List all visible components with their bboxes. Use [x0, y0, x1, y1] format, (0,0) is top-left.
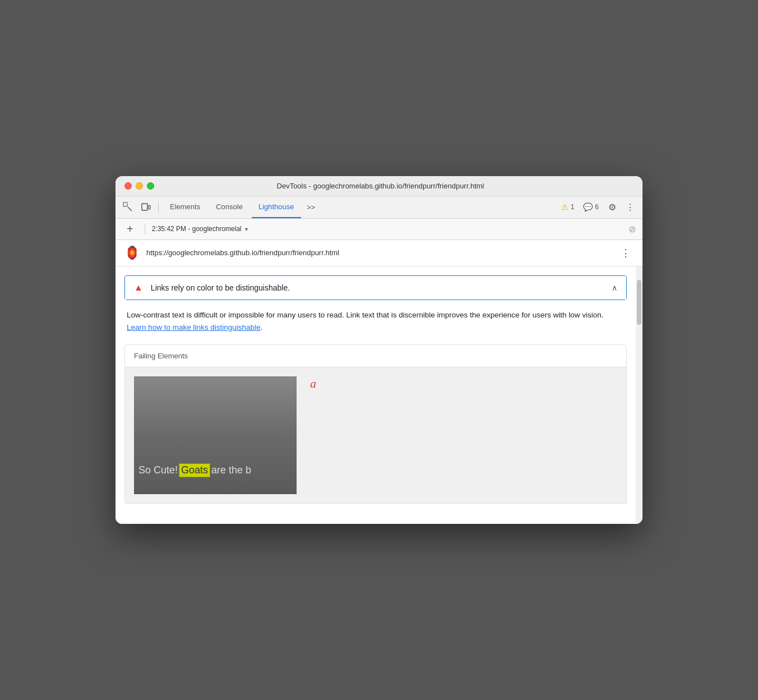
- audit-header[interactable]: ▲ Links rely on color to be distinguisha…: [125, 276, 626, 300]
- audit-item: ▲ Links rely on color to be distinguisha…: [124, 275, 627, 300]
- screenshot-text-after: are the b: [211, 464, 251, 476]
- url-bar: 2:35:42 PM - googlechromelal ▾: [152, 225, 624, 233]
- secondary-toolbar: + 2:35:42 PM - googlechromelal ▾ ⊘: [115, 219, 643, 240]
- svg-rect-0: [123, 202, 127, 206]
- screenshot-background: So Cute! Goats are the b: [134, 376, 297, 494]
- device-toolbar-icon[interactable]: [138, 199, 154, 215]
- bottom-padding: [115, 513, 636, 524]
- tab-lighthouse[interactable]: Lighthouse: [252, 196, 301, 218]
- traffic-lights: [124, 182, 154, 190]
- url-clear-icon[interactable]: ⊘: [628, 224, 636, 234]
- lighthouse-url: https://googlechromelabs.github.io/frien…: [146, 248, 612, 257]
- tab-elements[interactable]: Elements: [163, 196, 207, 218]
- lighthouse-more-icon[interactable]: ⋮: [618, 245, 634, 261]
- warning-badge[interactable]: ⚠ 1: [558, 201, 578, 213]
- svg-rect-2: [142, 204, 147, 210]
- element-symbol: a: [310, 374, 316, 390]
- tab-console[interactable]: Console: [209, 196, 249, 218]
- more-options-icon[interactable]: ⋮: [622, 199, 638, 215]
- toolbar-divider-1: [158, 201, 159, 213]
- url-display-text: 2:35:42 PM - googlechromelal: [152, 225, 242, 233]
- audit-title: Links rely on color to be distinguishabl…: [151, 283, 604, 292]
- toolbar-divider-2: [145, 223, 145, 234]
- content-area: ▲ Links rely on color to be distinguisha…: [115, 266, 636, 524]
- learn-more-link[interactable]: Learn how to make links distinguishable: [127, 323, 261, 331]
- main-content: ▲ Links rely on color to be distinguisha…: [115, 266, 643, 524]
- message-badge[interactable]: 💬 6: [580, 201, 602, 213]
- url-dropdown-icon[interactable]: ▾: [245, 226, 248, 232]
- scrollbar-thumb[interactable]: [637, 280, 641, 325]
- screenshot-highlighted-word: Goats: [179, 463, 210, 477]
- lighthouse-icon: 🏮: [124, 246, 140, 260]
- warning-icon: ⚠: [561, 202, 568, 211]
- close-button[interactable]: [124, 182, 132, 190]
- failing-elements-section: Failing Elements So Cute! Goats are the …: [124, 344, 627, 504]
- failing-elements-header: Failing Elements: [125, 345, 626, 367]
- message-count: 6: [595, 203, 599, 211]
- failing-elements-body: So Cute! Goats are the b a: [125, 367, 626, 503]
- devtools-toolbar: Elements Console Lighthouse >> ⚠ 1 💬 6 ⚙…: [115, 196, 643, 219]
- screenshot-text: So Cute! Goats are the b: [134, 463, 251, 477]
- element-label-container: a: [310, 376, 316, 391]
- add-button[interactable]: +: [122, 223, 138, 236]
- svg-rect-3: [149, 205, 150, 209]
- message-icon: 💬: [583, 202, 593, 211]
- screenshot-text-before: So Cute!: [138, 464, 178, 476]
- audit-description: Low-contrast text is difficult or imposs…: [115, 300, 636, 344]
- screenshot-container: So Cute! Goats are the b: [134, 376, 297, 494]
- svg-line-1: [128, 207, 132, 211]
- audit-chevron-icon: ∧: [612, 283, 617, 292]
- titlebar: DevTools - googlechromelabs.github.io/fr…: [115, 176, 643, 196]
- window-title: DevTools - googlechromelabs.github.io/fr…: [161, 182, 600, 190]
- devtools-window: DevTools - googlechromelabs.github.io/fr…: [115, 176, 643, 524]
- screenshot-text-row: So Cute! Goats are the b: [134, 463, 297, 477]
- scrollbar[interactable]: [636, 266, 643, 524]
- select-element-icon[interactable]: [120, 199, 136, 215]
- settings-icon[interactable]: ⚙: [604, 199, 620, 215]
- warning-count: 1: [571, 203, 575, 211]
- audit-warning-icon: ▲: [134, 283, 143, 293]
- lighthouse-url-row: 🏮 https://googlechromelabs.github.io/fri…: [115, 240, 643, 266]
- more-tabs-icon[interactable]: >>: [303, 199, 319, 215]
- maximize-button[interactable]: [147, 182, 154, 190]
- minimize-button[interactable]: [136, 182, 143, 190]
